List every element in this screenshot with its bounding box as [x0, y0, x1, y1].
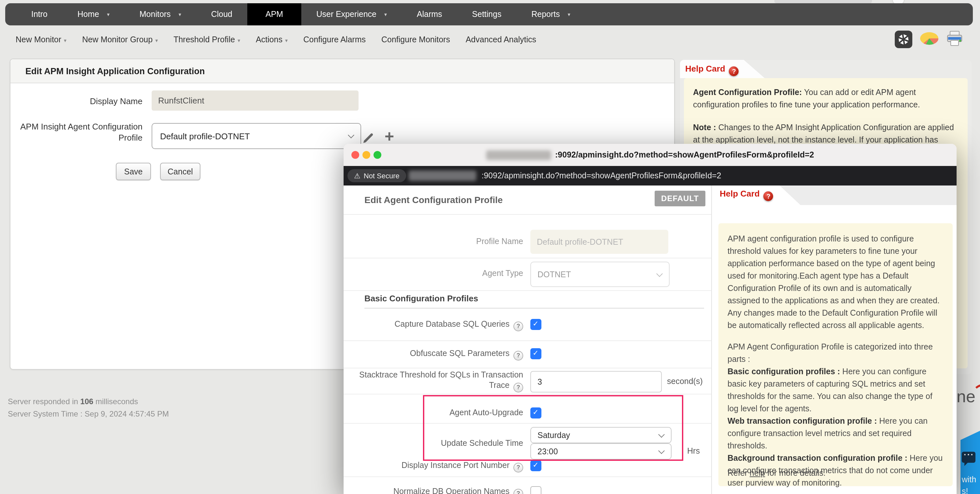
not-secure-badge[interactable]: ⚠ Not Secure	[347, 169, 406, 182]
chat-text: with	[962, 475, 976, 484]
nav-tab-cloud[interactable]: Cloud	[196, 3, 247, 25]
capture-sql-checkbox[interactable]	[530, 319, 541, 330]
normalize-db-checkbox[interactable]	[530, 486, 541, 494]
chevron-down-icon	[658, 447, 665, 454]
modal-help-title: Help Card?	[720, 189, 773, 201]
nav-label: Cloud	[211, 10, 232, 19]
action-toolbar: New Monitor▾ New Monitor Group▾ Threshol…	[0, 29, 980, 51]
divider	[344, 290, 711, 291]
help-tooltip-icon[interactable]: ?	[514, 322, 523, 331]
nav-label: User Experience	[316, 10, 377, 19]
chevron-down-icon: ▾	[384, 11, 387, 17]
chevron-down-icon: ▾	[285, 38, 288, 44]
help-tooltip-icon[interactable]: ?	[514, 463, 523, 473]
nav-label: Monitors	[140, 10, 171, 19]
nav-tab-reports[interactable]: Reports▾	[516, 3, 585, 25]
divider	[344, 214, 711, 215]
help-footer: Refer help for more details.	[727, 467, 826, 480]
schedule-day-select[interactable]: Saturday	[530, 427, 671, 443]
nav-tab-intro[interactable]: Intro	[16, 3, 62, 25]
server-system-time: Server System Time : Sep 9, 2024 4:57:45…	[8, 410, 169, 419]
add-profile-plus-icon[interactable]: +	[385, 128, 394, 145]
chevron-down-icon: ▾	[568, 11, 570, 17]
agent-profile-label: APM Insight Agent ConfigurationProfile	[10, 121, 143, 143]
snapshot-icon[interactable]	[895, 30, 912, 48]
obfuscate-sql-checkbox[interactable]	[530, 348, 541, 359]
stacktrace-threshold-label: Stacktrace Threshold for SQLs in Transac…	[344, 370, 523, 392]
basic-config-section-title: Basic Configuration Profiles	[364, 293, 478, 303]
help-tooltip-icon[interactable]: ?	[514, 351, 523, 360]
help-question-icon: ?	[764, 191, 773, 201]
profile-name-input[interactable]: Default profile-DOTNET	[530, 230, 668, 254]
schedule-unit-label: Hrs	[687, 446, 700, 456]
cancel-button[interactable]: Cancel	[160, 163, 200, 180]
nav-tab-alarms[interactable]: Alarms	[402, 3, 457, 25]
help-paragraph: Web transaction configuration profile : …	[727, 415, 943, 453]
redacted-host-blur	[409, 171, 476, 181]
chat-widget-fragment[interactable]: with s!	[961, 430, 980, 494]
chevron-down-icon: ▾	[179, 11, 181, 17]
toolbar-new-monitor[interactable]: New Monitor▾	[16, 35, 66, 44]
chevron-down-icon: ▾	[64, 38, 66, 44]
toolbar-new-monitor-group[interactable]: New Monitor Group▾	[82, 35, 158, 44]
display-name-input[interactable]: RunfstClient	[152, 91, 358, 111]
normalize-db-label: Normalize DB Operation Names?	[344, 486, 523, 494]
profile-name-label: Profile Name	[344, 236, 523, 247]
toolbar-configure-monitors[interactable]: Configure Monitors	[381, 35, 450, 44]
chevron-down-icon: ▾	[107, 11, 110, 17]
toolbar-configure-alarms[interactable]: Configure Alarms	[303, 35, 366, 44]
divider	[344, 368, 711, 368]
help-link[interactable]: help	[749, 469, 765, 478]
toolbar-threshold-profile[interactable]: Threshold Profile▾	[173, 35, 240, 44]
help-tooltip-icon[interactable]: ?	[514, 383, 523, 392]
toolbar-actions[interactable]: Actions▾	[256, 35, 288, 44]
nav-label: APM	[266, 10, 283, 19]
default-badge: DEFAULT	[655, 191, 705, 206]
svg-text:ne: ne	[956, 387, 975, 406]
chevron-down-icon: ▾	[155, 38, 158, 44]
modal-help-note: APM agent configuration profile is used …	[718, 223, 953, 486]
nav-label: Home	[78, 10, 99, 19]
nav-label: Reports	[531, 10, 560, 19]
help-paragraph: Agent Configuration Profile: You can add…	[693, 86, 959, 111]
agent-type-label: Agent Type	[344, 268, 523, 279]
screen: Intro Home▾ Monitors▾ Cloud APM User Exp…	[0, 0, 980, 494]
display-port-checkbox[interactable]	[530, 460, 541, 471]
popup-address-bar: ⚠ Not Secure :9092/apminsight.do?method=…	[344, 166, 956, 185]
nav-label: Alarms	[417, 10, 442, 19]
help-tooltip-icon[interactable]: ?	[514, 489, 523, 494]
url-text[interactable]: :9092/apminsight.do?method=showAgentProf…	[482, 166, 721, 185]
agent-profile-popup-window: :9092/apminsight.do?method=showAgentProf…	[344, 144, 956, 494]
server-response-status: Server responded in 106 milliseconds	[8, 397, 138, 406]
nav-label: Settings	[472, 10, 501, 19]
save-button[interactable]: Save	[116, 163, 151, 180]
print-icon[interactable]	[946, 30, 963, 48]
help-card-title: Help Card?	[685, 64, 739, 76]
nav-tab-settings[interactable]: Settings	[457, 3, 516, 25]
nav-tab-home[interactable]: Home▾	[62, 3, 125, 25]
divider	[344, 340, 711, 341]
nav-tab-monitors[interactable]: Monitors▾	[125, 3, 196, 25]
pie-chart-icon[interactable]	[920, 31, 939, 48]
schedule-time-select[interactable]: 23:00	[530, 443, 671, 459]
chevron-down-icon	[658, 431, 665, 437]
capture-sql-label: Capture Database SQL Queries?	[344, 319, 523, 331]
popup-body: Edit Agent Configuration Profile DEFAULT…	[344, 185, 956, 494]
nav-label: Intro	[31, 10, 48, 19]
profile-form-header: Edit Agent Configuration Profile	[364, 194, 503, 205]
nav-tab-user-experience[interactable]: User Experience▾	[301, 3, 402, 25]
manageengine-logo-fragment: ne	[956, 381, 980, 413]
warning-icon: ⚠	[354, 172, 361, 180]
chevron-down-icon: ▾	[237, 38, 240, 44]
chat-bubble-icon	[962, 452, 975, 463]
agent-profile-select[interactable]: Default profile-DOTNET	[152, 123, 361, 149]
chat-text: s!	[962, 487, 968, 494]
stacktrace-threshold-input[interactable]: 3	[530, 371, 662, 392]
divider	[344, 258, 711, 258]
content-help-divider	[711, 185, 712, 494]
section-rule	[364, 308, 704, 309]
popup-titlebar: :9092/apminsight.do?method=showAgentProf…	[344, 144, 956, 167]
agent-type-select[interactable]: DOTNET	[530, 261, 670, 287]
nav-tab-apm[interactable]: APM	[247, 3, 301, 25]
toolbar-advanced-analytics[interactable]: Advanced Analytics	[466, 35, 536, 44]
